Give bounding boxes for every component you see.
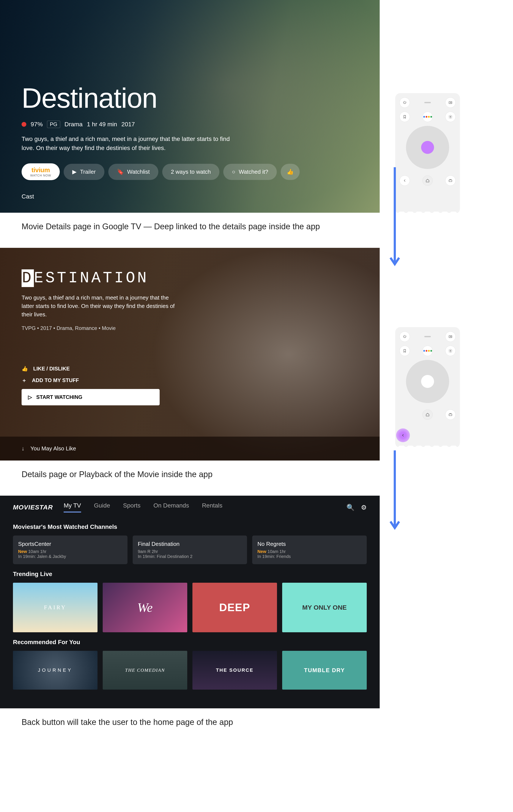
like-dislike-button[interactable]: 👍 LIKE / DISLIKE [22, 366, 358, 372]
add-to-stuff-button[interactable]: ＋ ADD TO MY STUFF [22, 377, 358, 384]
caption-1: Movie Details page in Google TV — Deep l… [22, 222, 320, 231]
you-may-also-like-row[interactable]: ↓ You May Also Like [0, 437, 380, 461]
section-heading: Trending Live [13, 571, 367, 578]
section-heading: Recommended For You [13, 639, 367, 646]
power-icon [403, 335, 407, 339]
rating-percent: 97% [31, 121, 43, 128]
show-thumb[interactable]: DEEP [192, 583, 277, 632]
show-thumb[interactable]: JOURNEY [13, 651, 98, 690]
search-icon[interactable]: 🔍 [347, 503, 354, 511]
channel-card[interactable]: Final Destination 9am R 2hr In 19min: Fi… [133, 535, 247, 564]
ymal-label: You May Also Like [30, 445, 76, 452]
cast-heading: Cast [22, 193, 358, 200]
thumb-title: MY ONLY ONE [302, 604, 347, 611]
show-thumb[interactable]: TUMBLE DRY [282, 651, 367, 690]
start-label: START WATCHING [36, 394, 82, 400]
show-thumb[interactable]: We [103, 583, 187, 632]
watch-now-button[interactable]: tivium WATCH NOW [22, 163, 60, 180]
like-label: LIKE / DISLIKE [33, 366, 70, 372]
card-title: Final Destination [138, 541, 242, 547]
assistant-button[interactable] [423, 346, 433, 356]
thumb-title: THE COMEDIAN [125, 667, 165, 673]
circle-icon: ○ [232, 169, 235, 175]
mic-slot [424, 102, 431, 103]
play-icon: ▷ [28, 394, 32, 400]
thumbs-icon: 👍 [287, 169, 294, 175]
show-thumb[interactable]: THE SOURCE [192, 651, 277, 690]
show-thumb[interactable]: FAIRY [13, 583, 98, 632]
card-next: In 19min: Final Destination 2 [138, 554, 242, 559]
watchlist-button[interactable]: 🔖 Watchlist [108, 164, 159, 180]
action-row: tivium WATCH NOW ▶ Trailer 🔖 Watchlist 2… [22, 163, 358, 180]
gear-icon[interactable]: ⚙ [361, 503, 367, 511]
app-description: Two guys, a thief and a rich man, meet i… [22, 293, 181, 319]
bookmark-icon [403, 115, 407, 119]
svg-point-1 [450, 116, 451, 117]
assistant-button[interactable] [423, 112, 433, 122]
app-details-screen: DESTINATION Two guys, a thief and a rich… [0, 248, 380, 461]
power-icon [403, 100, 407, 105]
google-tv-details-screen: Destination 97% PG Drama 1 hr 49 min 201… [0, 0, 380, 213]
settings-button[interactable] [445, 346, 456, 356]
mic-slot [424, 336, 431, 337]
tab-guide[interactable]: Guide [94, 502, 110, 513]
bookmark-icon: 🔖 [117, 169, 124, 175]
start-watching-button[interactable]: ▷ START WATCHING [22, 389, 160, 405]
card-time: 10am 1hr [28, 549, 47, 554]
tab-on-demands[interactable]: On Demands [153, 502, 189, 513]
rating-dot-icon [22, 122, 26, 127]
flow-arrow-2 [388, 451, 401, 530]
more-button[interactable]: 👍 [281, 164, 300, 180]
channel-card[interactable]: SportsCenter New 10am 1hr In 19min: Jale… [13, 535, 128, 564]
ways-to-watch-button[interactable]: 2 ways to watch [162, 164, 219, 180]
bookmark-button[interactable] [400, 112, 410, 122]
home-button[interactable] [423, 175, 433, 186]
remote-edge [395, 212, 460, 214]
movie-description: Two guys, a thief and a rich man, meet i… [22, 135, 237, 152]
input-button[interactable] [445, 97, 456, 108]
tab-my-tv[interactable]: My TV [64, 502, 81, 513]
show-thumb[interactable]: THE COMEDIAN [103, 651, 187, 690]
power-button[interactable] [400, 331, 410, 342]
tv-button[interactable] [445, 409, 456, 420]
touch-pad[interactable] [406, 360, 449, 403]
card-time: 9am R 2hr [138, 549, 158, 554]
app-logo: MOVIESTAR [13, 503, 53, 511]
pg-badge: PG [47, 121, 60, 128]
assistant-icon [423, 350, 432, 352]
genre-text: Drama [64, 121, 83, 128]
bookmark-button[interactable] [400, 346, 410, 356]
back-icon [401, 433, 405, 437]
movie-meta-row: 97% PG Drama 1 hr 49 min 2017 [22, 121, 358, 128]
tab-sports[interactable]: Sports [123, 502, 140, 513]
watched-it-button[interactable]: ○ Watched it? [223, 164, 277, 180]
card-title: No Regrets [258, 541, 361, 547]
touch-pad[interactable] [406, 126, 449, 169]
power-button[interactable] [400, 97, 410, 108]
settings-button[interactable] [445, 112, 456, 122]
watchlist-label: Watchlist [127, 169, 150, 175]
show-thumb[interactable]: MY ONLY ONE [282, 583, 367, 632]
thumb-title: JOURNEY [38, 667, 73, 673]
caption-3: Back button will take the user to the ho… [22, 718, 233, 727]
channel-card[interactable]: No Regrets New 10am 1hr In 19min: Friend… [252, 535, 367, 564]
home-icon [425, 412, 430, 417]
provider-sub: WATCH NOW [30, 174, 51, 177]
input-button[interactable] [445, 331, 456, 342]
duration-text: 1 hr 49 min [87, 121, 117, 128]
touch-indicator [421, 141, 434, 154]
home-button[interactable] [423, 409, 433, 420]
recommended-section: Recommended For You JOURNEY THE COMEDIAN… [0, 634, 380, 692]
back-button-highlighted[interactable] [396, 428, 410, 442]
assistant-icon [423, 116, 432, 118]
bookmark-icon [403, 349, 407, 353]
tab-rentals[interactable]: Rentals [202, 502, 222, 513]
remote-1 [395, 93, 460, 214]
touch-indicator [421, 375, 434, 388]
tv-button[interactable] [445, 175, 456, 186]
app-movie-title: DESTINATION [22, 269, 358, 287]
tv-icon [448, 412, 453, 417]
title-rest: ESTINATION [34, 269, 148, 287]
back-icon [403, 178, 407, 183]
trailer-button[interactable]: ▶ Trailer [64, 164, 104, 180]
